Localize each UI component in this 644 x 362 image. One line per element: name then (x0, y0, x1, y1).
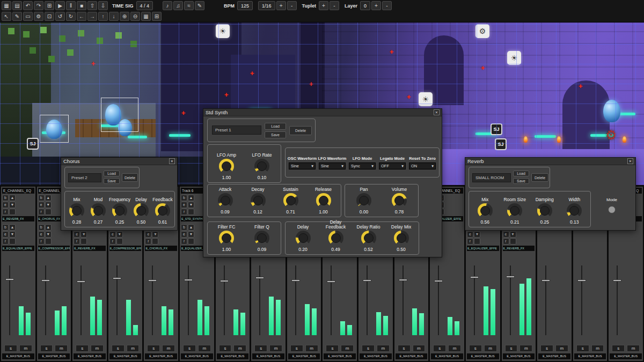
fx-edit-button[interactable]: e (467, 231, 473, 238)
save-button[interactable]: Save (104, 178, 120, 184)
blank[interactable] (152, 238, 158, 245)
fx-bypass-button[interactable]: b (2, 224, 9, 231)
mute-button[interactable]: m (91, 345, 104, 352)
preset-name-input[interactable]: Preset 2 (68, 173, 101, 182)
mute-button[interactable]: m (341, 345, 354, 352)
fx-bypass-button[interactable]: b (181, 224, 187, 231)
tuplet-increase-button[interactable]: + (319, 1, 328, 10)
fx-edit-button[interactable]: e (2, 231, 9, 238)
fader-handle[interactable] (184, 279, 193, 281)
solo-button[interactable]: s (540, 345, 553, 352)
mute-button[interactable]: m (198, 345, 211, 352)
fader-handle[interactable] (77, 280, 85, 283)
dropdown-select[interactable]: ON▾ (409, 162, 436, 169)
layers-icon[interactable]: ⊞ (152, 12, 162, 21)
fx-bypass-button[interactable]: b (38, 224, 45, 231)
solo-button[interactable]: s (147, 345, 160, 352)
eraser-icon[interactable]: ▭ (23, 12, 33, 21)
fx-remove-button[interactable]: r (503, 238, 509, 245)
dropdown-select[interactable]: Sine▾ (319, 162, 346, 169)
fader-handle[interactable] (470, 276, 479, 278)
close-icon[interactable]: ✕ (434, 109, 440, 115)
notes-icon[interactable]: ♫ (173, 1, 183, 10)
fx-edit-button[interactable]: e (181, 202, 187, 208)
mute-button[interactable]: m (377, 345, 390, 352)
rotate-ccw-icon[interactable]: ↺ (55, 12, 65, 21)
knob-dial[interactable] (296, 231, 311, 246)
move-up-icon[interactable]: ▲ (45, 224, 52, 231)
preset-name-input[interactable]: Preset 1 (212, 125, 261, 135)
preset-name-input[interactable]: SMALL ROOM (472, 173, 511, 182)
pencil-icon[interactable]: ✎ (195, 1, 204, 10)
grid-toggle-icon[interactable]: ▦ (141, 12, 151, 21)
fx-remove-button[interactable]: r (109, 238, 116, 245)
knob-dial[interactable] (361, 231, 376, 246)
pause-icon[interactable]: ‖ (66, 1, 76, 10)
fader-handle[interactable] (506, 276, 515, 278)
solo-button[interactable]: s (362, 345, 375, 352)
mute-button[interactable]: m (448, 345, 461, 352)
blank[interactable] (116, 238, 123, 245)
move-down-icon[interactable]: ▼ (188, 231, 194, 238)
load-button[interactable]: Load (513, 171, 529, 176)
sun-icon[interactable]: ☀ (507, 51, 521, 65)
knob-dial[interactable] (251, 193, 266, 208)
move-down-icon[interactable]: ▼ (9, 231, 16, 238)
nudge-up-icon[interactable]: ↑ (98, 12, 108, 21)
fader-handle[interactable] (327, 280, 335, 283)
move-up-icon[interactable]: ▲ (9, 195, 16, 201)
fx-edit-button[interactable]: e (38, 231, 45, 238)
fx-remove-button[interactable]: r (2, 238, 9, 245)
fader-handle[interactable] (613, 279, 621, 282)
fx-edit-button[interactable]: e (503, 231, 509, 238)
blank[interactable] (510, 238, 516, 245)
zoom-in-icon[interactable]: ⊕ (120, 12, 129, 21)
fx-edit-button[interactable]: e (74, 231, 80, 238)
mute-button[interactable]: m (233, 345, 246, 352)
mode-knob[interactable] (608, 206, 616, 213)
duplicate-icon[interactable]: ⊞ (45, 1, 54, 10)
fx-remove-button[interactable]: r (145, 238, 151, 245)
mute-button[interactable]: m (162, 345, 175, 352)
save-button[interactable]: Save (265, 131, 286, 138)
blank[interactable] (45, 238, 52, 245)
solo-button[interactable]: s (183, 345, 196, 352)
knob-dial[interactable] (134, 203, 149, 218)
rotate-cw-icon[interactable]: ↻ (66, 12, 76, 21)
fx-remove-button[interactable]: r (181, 238, 187, 245)
fader-handle[interactable] (399, 279, 407, 281)
fader-handle[interactable] (291, 279, 300, 282)
knob-dial[interactable] (478, 203, 493, 218)
pencil-icon[interactable]: ✎ (12, 12, 22, 21)
note-icon[interactable]: ♪ (163, 1, 172, 10)
fader-handle[interactable] (577, 279, 586, 282)
dropdown-select[interactable]: OFF▾ (379, 162, 406, 169)
mute-button[interactable]: m (627, 345, 640, 352)
solo-button[interactable]: s (433, 345, 446, 352)
mute-button[interactable]: m (19, 345, 32, 352)
gear-icon[interactable]: ⚙ (34, 12, 43, 21)
grid-icon[interactable]: ▦ (2, 1, 11, 10)
nudge-right-icon[interactable]: → (87, 12, 97, 21)
mute-button[interactable]: m (269, 345, 282, 352)
fx-remove-button[interactable]: r (38, 209, 45, 215)
solo-button[interactable]: s (612, 345, 625, 352)
knob-dial[interactable] (537, 203, 552, 218)
knob-dial[interactable] (91, 203, 106, 218)
panel-titlebar[interactable]: Reverb ✕ (465, 158, 635, 165)
shift-down-icon[interactable]: ⇩ (98, 1, 108, 10)
solo-button[interactable]: s (76, 345, 89, 352)
step-decrease-button[interactable]: - (287, 1, 297, 10)
nudge-down-icon[interactable]: ↓ (109, 12, 119, 21)
step-value[interactable]: 1/16 (258, 1, 275, 10)
panels-icon[interactable]: ▤ (12, 1, 22, 10)
blank[interactable] (9, 238, 16, 245)
solo-button[interactable]: s (290, 345, 303, 352)
move-down-icon[interactable]: ▼ (9, 202, 16, 208)
knob-dial[interactable] (507, 203, 522, 218)
knob-dial[interactable] (219, 159, 234, 174)
knob-dial[interactable] (328, 231, 343, 246)
fader-handle[interactable] (541, 279, 550, 282)
wave-icon[interactable]: ≈ (184, 1, 194, 10)
move-down-icon[interactable]: ▼ (45, 231, 52, 238)
